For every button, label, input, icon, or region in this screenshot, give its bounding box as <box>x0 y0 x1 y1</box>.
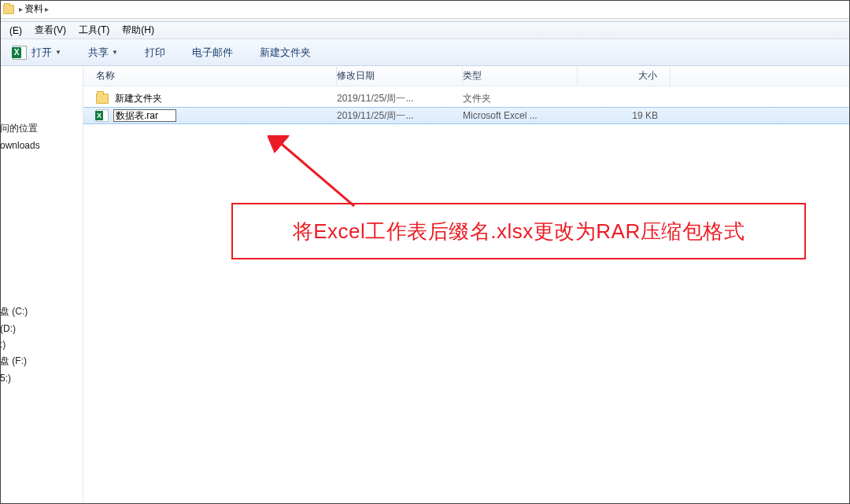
new-folder-label: 新建文件夹 <box>260 46 311 60</box>
chevron-down-icon: ▼ <box>112 49 118 56</box>
excel-icon <box>96 109 109 122</box>
menu-bar: (E) 查看(V) 工具(T) 帮助(H) <box>0 22 850 39</box>
file-rows: 新建文件夹 2019/11/25/周一... 文件夹 数据表.rar 2019/… <box>83 86 850 124</box>
print-label: 打印 <box>145 46 165 60</box>
excel-icon <box>13 46 27 60</box>
print-button[interactable]: 打印 <box>137 43 173 62</box>
toolbar: 打开 ▼ 共享 ▼ 打印 电子邮件 新建文件夹 <box>0 39 850 66</box>
main-area: 问的位置 ownloads 盘 (C:) (D:) :) 盘 (F:) 5:) … <box>0 66 850 504</box>
column-name[interactable]: 名称 <box>93 65 337 86</box>
sidebar-item-drive-c[interactable]: 盘 (C:) <box>0 303 83 321</box>
annotation-text: 将Excel工作表后缀名.xlsx更改为RAR压缩包格式 <box>293 218 745 245</box>
file-row[interactable]: 新建文件夹 2019/11/25/周一... 文件夹 <box>83 90 850 107</box>
file-type: 文件夹 <box>463 92 578 105</box>
email-label: 电子邮件 <box>192 46 233 60</box>
menu-view[interactable]: 查看(V) <box>28 22 72 39</box>
sidebar-item-recent[interactable]: 问的位置 <box>0 120 83 138</box>
new-folder-button[interactable]: 新建文件夹 <box>252 43 319 62</box>
sidebar-item-drive-g[interactable]: 5:) <box>0 370 83 386</box>
folder-icon <box>96 94 109 104</box>
chevron-down-icon: ▼ <box>55 49 61 56</box>
address-bar[interactable]: ▸ 资料 ▸ <box>0 0 850 19</box>
menu-help[interactable]: 帮助(H) <box>116 22 161 39</box>
share-button[interactable]: 共享 ▼ <box>80 43 126 62</box>
annotation-arrow <box>268 135 378 214</box>
address-folder[interactable]: 资料 <box>24 2 43 16</box>
column-type[interactable]: 类型 <box>463 65 578 86</box>
sidebar-item-drive-f[interactable]: 盘 (F:) <box>0 352 83 370</box>
annotation-box: 将Excel工作表后缀名.xlsx更改为RAR压缩包格式 <box>231 203 806 259</box>
svg-line-0 <box>279 142 354 206</box>
share-label: 共享 <box>88 46 109 60</box>
sidebar-item-drive-e[interactable]: :) <box>0 337 83 352</box>
sidebar-item-drive-d[interactable]: (D:) <box>0 321 83 337</box>
file-date: 2019/11/25/周一... <box>337 92 463 105</box>
column-size[interactable]: 大小 <box>578 65 671 86</box>
column-date[interactable]: 修改日期 <box>337 65 463 86</box>
file-name: 新建文件夹 <box>115 92 162 105</box>
column-headers: 名称 修改日期 类型 大小 <box>83 66 850 86</box>
file-row-selected[interactable]: 数据表.rar 2019/11/25/周一... Microsoft Excel… <box>83 107 850 124</box>
file-size: 19 KB <box>578 110 671 121</box>
menu-tools[interactable]: 工具(T) <box>72 22 116 39</box>
file-date: 2019/11/25/周一... <box>337 109 463 123</box>
sidebar-item-downloads[interactable]: ownloads <box>0 138 83 153</box>
sidebar: 问的位置 ownloads 盘 (C:) (D:) :) 盘 (F:) 5:) <box>0 66 83 504</box>
chevron-right-icon: ▸ <box>19 5 23 13</box>
rename-input[interactable]: 数据表.rar <box>113 109 176 122</box>
folder-icon <box>3 5 14 14</box>
open-button[interactable]: 打开 ▼ <box>5 43 69 62</box>
file-type: Microsoft Excel ... <box>463 110 578 121</box>
open-label: 打开 <box>31 46 52 60</box>
chevron-right-icon: ▸ <box>45 5 49 13</box>
menu-edit[interactable]: (E) <box>3 24 28 38</box>
file-list-area: 名称 修改日期 类型 大小 新建文件夹 2019/11/25/周一... 文件夹… <box>83 66 850 504</box>
email-button[interactable]: 电子邮件 <box>184 43 241 62</box>
